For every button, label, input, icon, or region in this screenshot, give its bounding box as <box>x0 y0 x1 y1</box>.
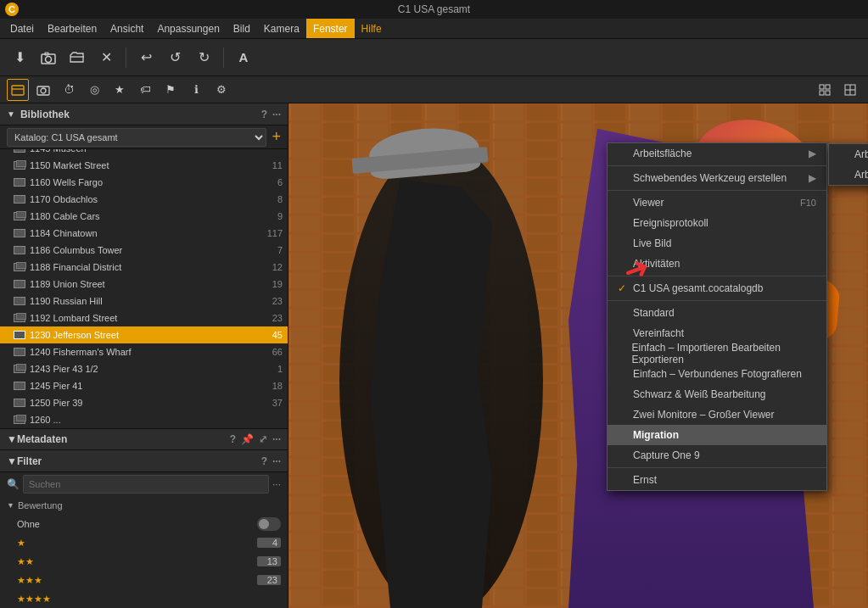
menu-item-fenster[interactable]: Fenster <box>306 19 355 38</box>
search-input[interactable] <box>23 475 269 494</box>
submenu-item-save[interactable]: Arbeitsfläche speichern... <box>829 144 868 165</box>
library-item[interactable]: 1145 Museen <box>0 149 288 157</box>
menu-item-capture-one-9[interactable]: Capture One 9 <box>608 445 826 466</box>
menu-item-catalog[interactable]: ✓C1 USA gesamt.cocatalogdb <box>608 278 826 298</box>
library-item-count: 19 <box>269 279 283 289</box>
library-actions: ? ··· <box>261 109 281 120</box>
library-item-name: 1170 Obdachlos <box>30 194 274 204</box>
library-more-icon[interactable]: ··· <box>272 109 281 120</box>
circle-button[interactable]: ◎ <box>83 79 105 101</box>
library-item[interactable]: 1230 Jefferson Street45 <box>0 326 288 343</box>
library-item[interactable]: 1189 Union Street19 <box>0 276 288 293</box>
menu-item-vereinfacht[interactable]: Vereinfacht <box>608 323 826 343</box>
camera-view-button[interactable] <box>32 79 54 101</box>
search-options-icon[interactable]: ··· <box>272 478 281 490</box>
menu-item-anpassungen[interactable]: Anpassungen <box>150 19 226 38</box>
menu-item-standard[interactable]: Standard <box>608 303 826 323</box>
delete-button[interactable]: ✕ <box>93 45 119 70</box>
folder-view-button[interactable] <box>7 79 29 101</box>
menu-item-schwebendes[interactable]: Schwebendes Werkzeug erstellen▶ <box>608 168 826 188</box>
catalog-selector[interactable]: Katalog: C1 USA gesamt <box>7 128 266 147</box>
rating-ohne-toggle[interactable] <box>257 517 281 531</box>
library-item[interactable]: 1250 Pier 3937 <box>0 394 288 411</box>
metadata-help-icon[interactable]: ? <box>230 433 236 445</box>
menu-item-viewer[interactable]: ViewerF10 <box>608 192 826 213</box>
library-item[interactable]: 1260 ... <box>0 411 288 428</box>
metadata-chevron-icon: ▼ <box>7 433 17 445</box>
clock-button[interactable]: ⏱ <box>58 79 80 101</box>
library-item[interactable]: 1243 Pier 43 1/21 <box>0 360 288 377</box>
menu-item-bearbeiten[interactable]: Bearbeiten <box>41 19 104 38</box>
metadata-more-icon[interactable]: ··· <box>272 433 281 445</box>
filter-help-icon[interactable]: ? <box>261 455 267 467</box>
grid-large-button[interactable] <box>839 79 861 101</box>
submenu-item-delete[interactable]: Arbeitsfläche löschen... <box>829 165 868 185</box>
menu-item-hilfe[interactable]: Hilfe <box>355 19 389 38</box>
library-item-name: 1145 Museen <box>30 149 279 153</box>
rating-row-ohne: Ohne <box>0 515 288 533</box>
metadata-pin-icon[interactable]: 📌 <box>241 433 254 445</box>
library-item[interactable]: 1184 Chinatown117 <box>0 225 288 242</box>
menu-item-migration[interactable]: Migration <box>608 425 826 445</box>
open-button[interactable] <box>64 45 90 70</box>
library-item[interactable]: 1160 Wells Fargo6 <box>0 174 288 191</box>
bewertung-header[interactable]: ▼ Bewertung <box>0 496 288 515</box>
library-item[interactable]: 1192 Lombard Street23 <box>0 310 288 326</box>
label-button[interactable]: ⚑ <box>160 79 182 101</box>
library-item[interactable]: 1245 Pier 4118 <box>0 377 288 394</box>
menu-item-label: Aktivitäten <box>633 258 680 270</box>
grid-small-button[interactable] <box>814 79 836 101</box>
library-item[interactable]: 1180 Cable Cars9 <box>0 208 288 225</box>
menu-item-label: Zwei Monitore – Großer Viewer <box>633 409 775 421</box>
text-button[interactable]: A <box>231 45 256 70</box>
menu-item-label: Standard <box>633 307 675 319</box>
menu-item-arbeitsflaeche[interactable]: Arbeitsfläche▶Arbeitsfläche speichern...… <box>608 143 826 164</box>
redo-button[interactable]: ↻ <box>191 45 216 70</box>
menu-item-datei[interactable]: Datei <box>3 19 41 38</box>
menu-item-einfach-verbunden[interactable]: Einfach – Verbundenes Fotografieren <box>608 364 826 384</box>
menu-item-kamera[interactable]: Kamera <box>257 19 306 38</box>
camera-button[interactable] <box>36 45 61 70</box>
library-item[interactable]: 1186 Columbus Tower7 <box>0 242 288 259</box>
menu-item-livebild[interactable]: Live Bild <box>608 233 826 254</box>
metadata-section-header[interactable]: ▼ Metadaten ? 📌 ⤢ ··· <box>0 428 288 450</box>
library-item-count: 7 <box>274 245 283 255</box>
library-item[interactable]: 1150 Market Street11 <box>0 157 288 174</box>
svg-rect-7 <box>826 85 830 89</box>
main-layout: ▼ Bibliothek ? ··· Katalog: C1 USA gesam… <box>0 103 868 608</box>
menu-item-einfach-import[interactable]: Einfach – Importieren Bearbeiten Exporti… <box>608 343 826 364</box>
library-help-icon[interactable]: ? <box>261 109 267 120</box>
import-button[interactable]: ⬇ <box>7 45 32 70</box>
library-item-count: 1 <box>274 364 283 374</box>
gear-button[interactable]: ⚙ <box>210 79 232 101</box>
library-item-name: 1186 Columbus Tower <box>30 245 274 255</box>
filter-header[interactable]: ▼ Filter ? ··· <box>0 450 288 472</box>
undo-button[interactable]: ↩ <box>133 45 159 70</box>
metadata-expand-icon[interactable]: ⤢ <box>259 433 267 445</box>
library-item-name: 1150 Market Street <box>30 160 269 170</box>
menu-item-schwarzweiss[interactable]: Schwarz & Weiß Bearbeitung <box>608 384 826 404</box>
fenster-dropdown[interactable]: Arbeitsfläche▶Arbeitsfläche speichern...… <box>607 142 827 491</box>
library-item[interactable]: 1170 Obdachlos8 <box>0 191 288 208</box>
search-row: 🔍 ··· <box>0 472 288 496</box>
library-item[interactable]: 1190 Russian Hill23 <box>0 293 288 310</box>
info-button[interactable]: ℹ <box>185 79 207 101</box>
rating-row-2star: ★★ 13 <box>0 552 288 571</box>
tag-button[interactable]: 🏷 <box>134 79 156 101</box>
library-item[interactable]: 1188 Financial District12 <box>0 259 288 276</box>
undo2-button[interactable]: ↺ <box>162 45 188 70</box>
menu-item-label: Schwebendes Werkzeug erstellen <box>633 172 787 184</box>
library-section-header[interactable]: ▼ Bibliothek ? ··· <box>0 103 288 126</box>
library-title: Bibliothek <box>20 109 70 120</box>
menu-item-bild[interactable]: Bild <box>227 19 257 38</box>
filter-more-icon[interactable]: ··· <box>272 455 281 467</box>
menu-item-aktivitaeten[interactable]: Aktivitäten <box>608 254 826 274</box>
menu-item-ereignisprotokoll[interactable]: Ereignisprotokoll <box>608 213 826 233</box>
library-item[interactable]: 1240 Fisherman's Wharf66 <box>0 343 288 360</box>
menu-item-ansicht[interactable]: Ansicht <box>104 19 150 38</box>
folder-icon <box>14 229 25 237</box>
catalog-add-button[interactable]: + <box>272 128 281 146</box>
menu-item-ernst[interactable]: Ernst <box>608 470 826 490</box>
star-button[interactable]: ★ <box>109 79 131 101</box>
menu-item-zwei-monitore[interactable]: Zwei Monitore – Großer Viewer <box>608 404 826 425</box>
